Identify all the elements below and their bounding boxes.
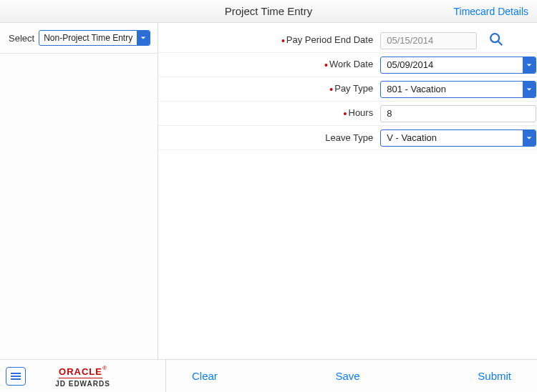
pay-period-input[interactable] [380, 32, 477, 49]
pay-type-row: •Pay Type 801 - Vacation [158, 77, 537, 102]
footer-right: Clear Save Submit [166, 360, 537, 392]
entry-type-value: Non-Project Time Entry [39, 33, 137, 43]
pay-type-select[interactable]: 801 - Vacation [380, 81, 536, 98]
work-date-select[interactable]: 05/09/2014 [380, 57, 536, 74]
leave-type-select[interactable]: V - Vacation [380, 129, 536, 147]
entry-type-select[interactable]: Non-Project Time Entry [39, 30, 150, 46]
leave-type-value: V - Vacation [381, 132, 523, 143]
svg-line-1 [498, 41, 503, 45]
submit-button[interactable]: Submit [478, 370, 511, 382]
leave-type-row: Leave Type V - Vacation [158, 126, 537, 150]
chevron-down-icon [137, 31, 150, 45]
brand-oracle: ORACLE [59, 366, 102, 378]
search-icon[interactable] [488, 31, 504, 50]
svg-point-0 [490, 34, 499, 42]
brand-jde: JD EDWARDS [55, 380, 110, 388]
select-label: Select [9, 33, 34, 44]
chevron-down-icon [523, 57, 536, 73]
pay-type-value: 801 - Vacation [381, 84, 523, 94]
footer: ORACLE® JD EDWARDS Clear Save Submit [0, 359, 537, 392]
work-date-row: •Work Date 05/09/2014 [158, 53, 537, 77]
chevron-down-icon [523, 82, 536, 97]
chevron-down-icon [523, 130, 536, 146]
footer-left: ORACLE® JD EDWARDS [0, 360, 166, 392]
work-date-label: •Work Date [158, 59, 380, 71]
header: Project Time Entry Timecard Details [0, 0, 537, 23]
left-panel: Select Non-Project Time Entry [0, 23, 158, 359]
menu-button[interactable] [6, 367, 26, 386]
select-row: Select Non-Project Time Entry [0, 23, 158, 54]
leave-type-label: Leave Type [158, 132, 380, 143]
work-date-value: 05/09/2014 [381, 59, 523, 70]
pay-type-label: •Pay Type [158, 83, 380, 95]
page-title: Project Time Entry [225, 5, 313, 17]
hours-input[interactable] [380, 105, 536, 122]
save-button[interactable]: Save [335, 370, 359, 382]
timecard-details-link[interactable]: Timecard Details [453, 6, 528, 17]
hours-label: •Hours [158, 107, 380, 119]
hours-row: •Hours [158, 102, 537, 126]
brand-logo: ORACLE® JD EDWARDS [55, 365, 110, 388]
pay-period-row: •Pay Period End Date [158, 23, 537, 53]
content: Select Non-Project Time Entry •Pay Perio… [0, 23, 537, 359]
pay-period-label: •Pay Period End Date [158, 34, 380, 46]
form-panel: •Pay Period End Date •Work Date 05/09/20… [158, 23, 537, 359]
clear-button[interactable]: Clear [192, 370, 218, 382]
